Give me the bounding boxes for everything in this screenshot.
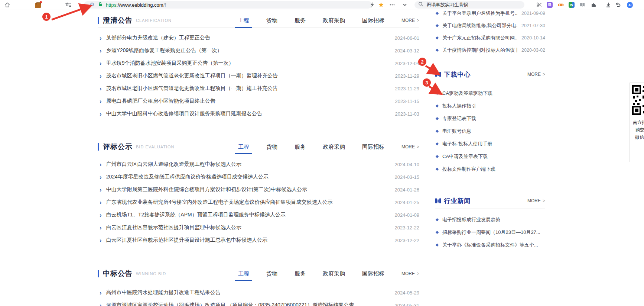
announcement-row[interactable]: › 河源市源城区宝源学校运动场（羽毛球场）改造项目 （项目编号：0835-240…: [98, 299, 419, 306]
announcement-row[interactable]: › 2024年度零星改造及修缮工程供应商议价资格遴选项目成交候选人公示 2024…: [98, 171, 419, 183]
announcement-row[interactable]: › 乡道Y209线路面修复工程采购更正公告（第一次） 2024-03-12: [98, 44, 419, 57]
announcement-title[interactable]: 茂名市城区老旧小区燃气管道老化更新改造工程项目（一期）监理补充公告: [106, 73, 278, 79]
announcement-row[interactable]: › 茂名市城区老旧小区燃气管道老化更新改造工程项目（一期）监理补充公告 2023…: [98, 70, 419, 82]
sidebar-item-title[interactable]: 关于广东元正招标采购有限公司网...: [442, 35, 518, 41]
download-icon[interactable]: [605, 2, 611, 8]
ai-assistant-icon[interactable]: AI: [627, 2, 633, 8]
sidebar-item-title[interactable]: 招标采购行业一周要闻（10月23日—10月27...: [442, 229, 540, 236]
sidebar-list-item[interactable]: 关于举办《标准设备采购招标文件》等五个...: [435, 239, 545, 251]
sidebar-list-item[interactable]: 电汇账号信息: [435, 125, 545, 138]
sidebar-item-title[interactable]: 关于举办《标准设备采购招标文件》等五个...: [442, 242, 538, 248]
announcement-title[interactable]: 高州市中医院污水处理能力提升改造工程结果公告: [106, 289, 221, 296]
scissors-icon[interactable]: [536, 2, 542, 8]
announcement-title[interactable]: 白云机场T1、T2旅客捷运系统（APM）预留工程项目监理服务中标候选人公示: [106, 212, 286, 218]
sidebar-item-title[interactable]: 关于电信局线路维修,我公司部分电...: [442, 22, 518, 29]
more-link[interactable]: MORE>: [401, 18, 419, 23]
tab-government-procurement[interactable]: 政府采购: [323, 140, 345, 154]
address-bar[interactable]: https://www.eebidding.com/f: [84, 1, 372, 9]
lock-icon[interactable]: [98, 1, 103, 8]
sidebar-item-title[interactable]: 电子招投标成行业发展趋势: [442, 216, 500, 223]
sidebar-list-item[interactable]: CA驱动及签章驱动下载: [435, 87, 545, 100]
tab-services[interactable]: 服务: [295, 13, 306, 28]
sidebar-list-item[interactable]: 关于广东元正招标采购有限公司网... 2020-10-14: [435, 32, 545, 44]
sidebar-list-item[interactable]: 关于电信局线路维修,我公司部分电... 2021-07-30: [435, 19, 545, 32]
wps-icon[interactable]: W: [569, 2, 575, 8]
chevron-down-icon[interactable]: [402, 2, 408, 8]
announcement-row[interactable]: › 白云区江夏社区容貌示范社区提升项目设计施工总承包中标候选人公示 2023-1…: [98, 234, 419, 247]
sidebar-list-item[interactable]: 关于疫情防控期间对投标人的倡议书 2020-03-02: [435, 44, 545, 56]
puzzle-icon[interactable]: [591, 2, 596, 8]
announcement-title[interactable]: 河源市源城区宝源学校运动场（羽毛球场）改造项目 （项目编号：0835-2407D…: [106, 302, 354, 306]
tab-goods[interactable]: 货物: [266, 267, 277, 281]
tab-services[interactable]: 服务: [295, 267, 306, 281]
more-options-icon[interactable]: [389, 2, 395, 8]
announcement-row[interactable]: › 高州市中医院污水处理能力提升改造工程结果公告 2024-05-29: [98, 286, 419, 299]
announcement-title[interactable]: 某部部分电力升级改造（建安）工程更正公告: [106, 35, 210, 41]
briefcase-icon[interactable]: [35, 2, 41, 8]
tab-engineering[interactable]: 工程: [238, 267, 249, 281]
announcement-title[interactable]: 中山大学中山眼科中心改造修缮项目设计服务采购项目延期报名公告: [106, 110, 262, 117]
announcement-row[interactable]: › 某部部分电力升级改造（建安）工程更正公告 2024-06-01: [98, 32, 419, 44]
announcement-title[interactable]: 白云区江夏社区容貌示范社区提升项目设计施工总承包中标候选人公示: [106, 237, 267, 244]
sidebar-list-item[interactable]: 投标人操作指引: [435, 100, 545, 112]
announcement-title[interactable]: 2024年度零星改造及修缮工程供应商议价资格遴选项目成交候选人公示: [106, 174, 269, 180]
tab-engineering[interactable]: 工程: [238, 13, 249, 28]
announcement-row[interactable]: › 中山大学附属第三医院外科住院综合楼项目方案设计和初步设计(第二次)中标候选人…: [98, 183, 419, 196]
tab-goods[interactable]: 货物: [266, 13, 277, 28]
announcement-title[interactable]: 茂名市城区老旧小区燃气管道老化更新改造工程项目（一期）施工补充公告: [106, 85, 278, 92]
announcement-row[interactable]: › 原电白县磷肥厂公租房小区智能化项目终止公告 2023-11-15: [98, 95, 419, 107]
sidebar-list-item[interactable]: 电子招投标成行业发展趋势: [435, 213, 545, 226]
tab-goods[interactable]: 货物: [266, 140, 277, 154]
undo-icon[interactable]: [615, 2, 621, 8]
book-icon[interactable]: [579, 2, 585, 8]
announcement-row[interactable]: › 白云机场T1、T2旅客捷运系统（APM）预留工程项目监理服务中标候选人公示 …: [98, 209, 419, 221]
more-link[interactable]: MORE>: [527, 198, 545, 203]
lightning-icon[interactable]: [369, 2, 375, 8]
announcement-row[interactable]: › 中山大学中山眼科中心改造修缮项目设计服务采购项目延期报名公告 2023-11…: [98, 107, 419, 120]
announcement-row[interactable]: › 广州市白云区白云湖大道绿化改造景观工程中标候选人公示 2024-04-10: [98, 158, 419, 171]
announcement-title[interactable]: 乡道Y209线路面修复工程采购更正公告（第一次）: [106, 47, 222, 54]
sidebar-list-item[interactable]: CA申请及签章表下载: [435, 150, 545, 163]
announcement-row[interactable]: › 白云区江夏社区容貌示范社区提升项目监理中标候选人公示 2023-12-22: [98, 221, 419, 234]
more-link[interactable]: MORE>: [401, 271, 419, 276]
announcement-title[interactable]: 里水镇9个消防蓄水池安装项目采购更正公告（第一次）: [106, 60, 234, 67]
announcement-row[interactable]: › 茂名市城区老旧小区燃气管道老化更新改造工程项目（一期）施工补充公告 2023…: [98, 82, 419, 95]
sidebar-item-title[interactable]: CA驱动及签章驱动下载: [442, 90, 492, 97]
tab-government-procurement[interactable]: 政府采购: [323, 267, 345, 281]
more-link[interactable]: MORE>: [527, 72, 545, 77]
sidebar-item-title[interactable]: 关于平台登录用户名切换为手机号...: [442, 10, 518, 17]
tab-services[interactable]: 服务: [295, 140, 306, 154]
tab-government-procurement[interactable]: 政府采购: [323, 13, 345, 28]
search-box[interactable]: 坍塌事故实习生背锅: [414, 1, 524, 9]
bookmarks-list-icon[interactable]: [65, 2, 71, 8]
announcement-title[interactable]: 白云区江夏社区容貌示范社区提升项目监理中标候选人公示: [106, 224, 241, 231]
sidebar-item-title[interactable]: 专家登记表下载: [442, 115, 476, 122]
sidebar-item-title[interactable]: 电子标-投标人使用手册: [442, 141, 492, 147]
tab-international-bidding[interactable]: 国际招标: [362, 140, 384, 154]
announcement-title[interactable]: 广州市白云区白云湖大道绿化改造景观工程中标候选人公示: [106, 161, 241, 168]
url-text[interactable]: https://www.eebidding.com/f: [106, 2, 166, 8]
sidebar-item-title[interactable]: 投标文件制作客户端下载: [442, 166, 495, 173]
sidebar-list-item[interactable]: 投标文件制作客户端下载: [435, 163, 545, 175]
sidebar-item-title[interactable]: 电汇账号信息: [442, 128, 471, 135]
gamepad-icon[interactable]: [558, 2, 564, 8]
announcement-title[interactable]: 中山大学附属第三医院外科住院综合楼项目方案设计和初步设计(第二次)中标候选人公示: [106, 186, 307, 193]
sidebar-list-item[interactable]: 电子标-投标人使用手册: [435, 138, 545, 150]
bookmark-star-icon[interactable]: [378, 2, 384, 8]
announcement-row[interactable]: › 里水镇9个消防蓄水池安装项目采购更正公告（第一次） 2023-12-04: [98, 57, 419, 70]
announcement-title[interactable]: 广东省现代农业装备研究所4号楼室内外改造工程电子卖场定点议价供应商征集项目成交候…: [106, 199, 333, 206]
tab-international-bidding[interactable]: 国际招标: [362, 267, 384, 281]
announcement-title[interactable]: 原电白县磷肥厂公租房小区智能化项目终止公告: [106, 98, 215, 104]
sidebar-item-title[interactable]: 投标人操作指引: [442, 103, 476, 109]
search-hot-text[interactable]: 坍塌事故实习生背锅: [426, 2, 468, 8]
sidebar-list-item[interactable]: 专家登记表下载: [435, 112, 545, 125]
sidebar-item-title[interactable]: CA申请及签章表下载: [442, 153, 488, 160]
tab-engineering[interactable]: 工程: [238, 140, 249, 154]
tab-international-bidding[interactable]: 国际招标: [362, 13, 384, 28]
translate-icon[interactable]: 译: [547, 2, 553, 8]
sidebar-list-item[interactable]: 招标采购行业一周要闻（10月23日—10月27...: [435, 226, 545, 239]
sidebar-item-title[interactable]: 关于疫情防控期间对投标人的倡议书: [442, 47, 518, 54]
announcement-row[interactable]: › 广东省现代农业装备研究所4号楼室内外改造工程电子卖场定点议价供应商征集项目成…: [98, 196, 419, 209]
home-icon[interactable]: [4, 2, 10, 8]
more-link[interactable]: MORE>: [401, 144, 419, 149]
